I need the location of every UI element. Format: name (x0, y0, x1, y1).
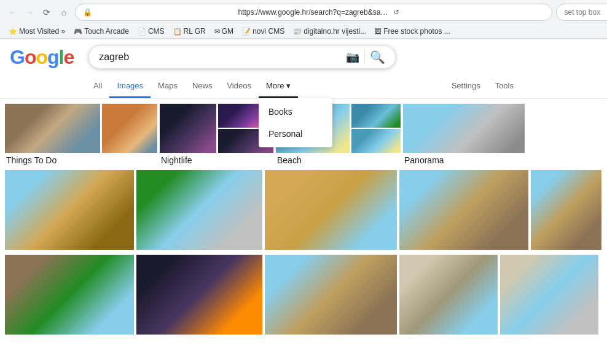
bookmark-label-rl-gr: RL GR (184, 27, 206, 36)
aerial-image-3[interactable] (399, 170, 528, 250)
logo-g2: g (47, 46, 59, 68)
section-things-to-do: Things To Do (5, 104, 157, 165)
google-header: Google 📷 🔍 (0, 39, 607, 75)
bookmark-free-stock[interactable]: 🖼 Free stock photos ... (371, 26, 454, 37)
tab-more[interactable]: More ▾ (259, 75, 298, 98)
bookmark-most-visited[interactable]: ⭐ Most Visited » (5, 26, 69, 37)
logo-e: e (63, 46, 74, 68)
tab-maps[interactable]: Maps (151, 75, 185, 98)
tab-images[interactable]: Images (109, 75, 151, 98)
tab-tools[interactable]: Tools (488, 75, 521, 98)
section-nightlife: Nightlife (160, 104, 273, 165)
things-image-2[interactable] (102, 104, 157, 153)
things-to-do-label: Things To Do (5, 155, 157, 165)
browser-chrome: ← → ⟳ ⌂ 🔒 https://www.google.hr/search?q… (0, 0, 607, 39)
bookmark-label-novi-cms: novi CMS (253, 27, 284, 36)
search-icon[interactable]: 🔍 (370, 50, 385, 64)
image-results-row3 (0, 252, 607, 337)
nav-buttons: ← → ⟳ ⌂ (5, 5, 71, 20)
bookmark-label-digitalno: digitalno.hr vijesti... (304, 27, 366, 36)
bookmark-cms[interactable]: 📄 CMS (134, 26, 168, 37)
bookmark-icon-rl-gr: 📋 (173, 28, 182, 36)
things-to-do-images (5, 104, 157, 153)
bookmark-icon-most-visited: ⭐ (9, 28, 17, 36)
panorama-image-1[interactable] (403, 104, 525, 153)
tab-videos[interactable]: Videos (219, 75, 259, 98)
search-input[interactable] (99, 52, 346, 63)
bookmark-label-free-stock: Free stock photos ... (383, 27, 450, 36)
google-page: Google 📷 🔍 All Images Maps News Videos M… (0, 39, 607, 346)
home-button[interactable]: ⌂ (57, 5, 71, 20)
address-reload: ↺ (393, 8, 545, 17)
nightlife-image-1[interactable] (160, 104, 216, 153)
things-image-1[interactable] (5, 104, 100, 153)
church-image-1[interactable] (5, 255, 134, 335)
image-results-row2 (0, 168, 607, 252)
google-logo: Google (10, 46, 74, 69)
tab-all[interactable]: All (86, 75, 109, 98)
nightlife-label: Nightlife (160, 155, 273, 165)
church-image-2[interactable] (399, 255, 498, 335)
bookmark-label-most-visited: Most Visited » (19, 27, 65, 36)
bookmark-icon-gm: ✉ (214, 28, 220, 36)
search-divider (364, 50, 365, 64)
bookmark-touch-arcade[interactable]: 🎮 Touch Arcade (70, 26, 133, 37)
aerial-image-4[interactable] (531, 170, 601, 250)
aerial-image-2[interactable] (136, 170, 262, 250)
search-icons: 📷 🔍 (346, 50, 385, 64)
chrome-search-input[interactable] (556, 4, 607, 21)
panorama-label: Panorama (403, 155, 525, 165)
url-text: https://www.google.hr/search?q=zagreb&sa… (238, 8, 390, 17)
bookmark-rl-gr[interactable]: 📋 RL GR (170, 26, 210, 37)
building-image-1[interactable] (265, 170, 397, 250)
bookmark-gm[interactable]: ✉ GM (211, 26, 237, 37)
camera-icon[interactable]: 📷 (346, 50, 359, 64)
reload-button[interactable]: ⟳ (39, 5, 54, 20)
aerial-image-1[interactable] (5, 170, 134, 250)
nav-tabs: All Images Maps News Videos More ▾ Books… (0, 75, 607, 99)
bookmark-novi-cms[interactable]: 📝 novi CMS (238, 26, 288, 37)
bookmark-icon-touch-arcade: 🎮 (74, 28, 82, 36)
beach-label: Beach (276, 155, 401, 165)
bookmark-icon-free-stock: 🖼 (375, 28, 382, 35)
logo-o2: o (36, 46, 47, 68)
nightlife-images (160, 104, 273, 153)
beach-image-3[interactable] (351, 129, 401, 153)
bookmark-label-touch-arcade: Touch Arcade (84, 27, 129, 36)
tab-news[interactable]: News (185, 75, 220, 98)
aerial-image-5[interactable] (265, 255, 397, 335)
more-dropdown-container: More ▾ Books Personal (259, 75, 298, 98)
bookmark-icon-digitalno: 📰 (293, 28, 302, 36)
beach-grid (351, 104, 401, 153)
address-bar[interactable]: 🔒 https://www.google.hr/search?q=zagreb&… (75, 4, 552, 21)
forward-button[interactable]: → (22, 5, 37, 20)
church-image-3[interactable] (500, 255, 598, 335)
section-panorama: Panorama (403, 104, 525, 165)
more-dropdown-menu: Books Personal (259, 98, 332, 147)
tab-settings[interactable]: Settings (444, 75, 488, 98)
dropdown-personal[interactable]: Personal (259, 123, 332, 145)
back-button[interactable]: ← (5, 5, 20, 20)
bookmark-label-gm: GM (222, 27, 233, 36)
bookmark-label-cms: CMS (148, 27, 165, 36)
bookmark-icon-cms: 📄 (138, 28, 146, 36)
night-image-1[interactable] (136, 255, 262, 335)
search-box: 📷 🔍 (88, 45, 396, 69)
dropdown-books[interactable]: Books (259, 101, 332, 123)
bookmarks-bar: ⭐ Most Visited » 🎮 Touch Arcade 📄 CMS 📋 … (0, 25, 607, 39)
bookmark-icon-novi-cms: 📝 (242, 28, 251, 36)
bookmark-digitalno[interactable]: 📰 digitalno.hr vijesti... (289, 26, 370, 37)
browser-toolbar: ← → ⟳ ⌂ 🔒 https://www.google.hr/search?q… (0, 0, 607, 25)
beach-image-2[interactable] (351, 104, 401, 128)
logo-g: G (10, 46, 25, 68)
logo-o1: o (25, 46, 36, 68)
